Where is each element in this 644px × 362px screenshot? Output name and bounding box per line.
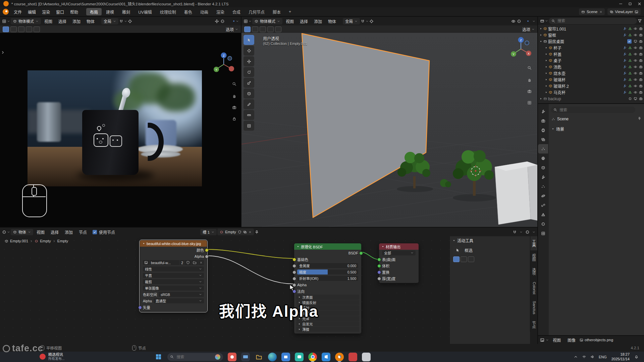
color-output-socket[interactable] xyxy=(205,248,209,252)
props-tab-scene[interactable] xyxy=(538,144,548,154)
start-button[interactable] xyxy=(154,353,163,361)
hide-eye-icon[interactable] xyxy=(634,27,637,31)
menu-select[interactable]: 选择 xyxy=(297,17,311,25)
select-mode-invert[interactable] xyxy=(26,26,32,32)
navigation-gizmo[interactable]: Z Y xyxy=(211,51,236,76)
render-visibility-icon[interactable] xyxy=(639,65,643,69)
tool-add-primitive[interactable] xyxy=(244,121,254,131)
select-mode-subtract[interactable] xyxy=(260,26,266,32)
outliner-row[interactable]: 杯子 xyxy=(538,45,644,51)
pin-icon[interactable] xyxy=(255,230,259,234)
hide-eye-icon[interactable] xyxy=(634,52,637,56)
viewport-options-button[interactable]: 选项 xyxy=(522,26,535,32)
expand-icon[interactable] xyxy=(545,78,548,81)
pin-icon[interactable] xyxy=(638,117,641,121)
shading-rendered[interactable] xyxy=(233,20,234,22)
workspace-tab-layout[interactable]: 布局 xyxy=(86,8,102,15)
menu-select[interactable]: 选择 xyxy=(48,228,61,236)
interpolation-dropdown[interactable]: 线性 xyxy=(143,266,204,272)
zoom-icon[interactable] xyxy=(525,64,533,72)
props-tab-viewlayer[interactable] xyxy=(538,135,548,144)
modifier-icon[interactable] xyxy=(623,46,627,50)
use-nodes-toggle[interactable]: 使用节点 xyxy=(92,229,115,235)
orientation-dropdown[interactable]: 全局 xyxy=(343,18,360,24)
metallic-socket[interactable] xyxy=(292,264,296,268)
outliner-row[interactable]: 窗框 xyxy=(538,32,644,38)
menu-file[interactable]: 文件 xyxy=(11,8,25,15)
toolbar-expand-chevron[interactable] xyxy=(1,50,5,56)
displacement-socket[interactable] xyxy=(377,270,381,274)
shading-wireframe[interactable] xyxy=(226,20,227,22)
panel-emission[interactable]: 自发光 xyxy=(296,321,359,326)
outliner-collection-row[interactable]: backup xyxy=(538,96,644,102)
fake-user-shield-icon[interactable] xyxy=(238,230,241,234)
outliner-row[interactable]: 玻璃杯.2 xyxy=(538,83,644,89)
editor-type-icon[interactable] xyxy=(2,19,6,23)
volume-socket[interactable] xyxy=(377,264,381,268)
outliner-row[interactable]: 马克杯 xyxy=(538,89,644,96)
npanel-tab-options[interactable]: 选项 xyxy=(530,264,537,279)
tool-select-box[interactable] xyxy=(244,35,254,45)
hide-eye-icon[interactable] xyxy=(634,90,637,94)
viewport-visibility-icon[interactable] xyxy=(634,40,637,43)
menu-view[interactable]: 视图 xyxy=(42,17,55,25)
material-datablock[interactable]: Empty xyxy=(217,229,254,235)
hide-eye-icon[interactable] xyxy=(634,78,637,81)
props-tab-data[interactable] xyxy=(538,210,548,219)
mode-dropdown[interactable]: 物体模式 xyxy=(252,18,282,24)
outliner-row[interactable]: 玻璃杯 xyxy=(538,76,644,83)
overlays-icon[interactable] xyxy=(517,19,521,23)
workspace-tab-shading[interactable]: 着色 xyxy=(180,8,196,15)
snap-magnet-icon[interactable] xyxy=(119,19,123,23)
hide-eye-icon[interactable] xyxy=(634,84,637,88)
menu-add[interactable]: 添加 xyxy=(311,17,325,25)
app-file-explorer[interactable] xyxy=(255,353,263,361)
snap-magnet-icon[interactable] xyxy=(513,230,517,234)
select-mode-new[interactable] xyxy=(244,26,251,32)
workspace-tab-add[interactable]: + xyxy=(285,8,295,15)
copies-icon[interactable] xyxy=(243,230,247,234)
props-tab-constraints[interactable] xyxy=(538,200,548,210)
workspace-tab-scripting[interactable]: 脚本 xyxy=(269,8,284,15)
select-mode-subtract[interactable] xyxy=(468,256,474,262)
collapse-icon[interactable] xyxy=(539,40,542,43)
hide-eye-icon[interactable] xyxy=(634,33,637,37)
ior-slider[interactable]: 折射率(IOR) 1.500 xyxy=(297,276,358,281)
tool-measure[interactable] xyxy=(244,110,254,120)
maximize-button[interactable] xyxy=(625,0,635,7)
menu-view[interactable]: 视图 xyxy=(34,228,47,236)
chevron-down-icon[interactable] xyxy=(236,20,239,23)
workspace-tab-compositing[interactable]: 合成 xyxy=(229,8,244,15)
workspace-tab-modeling[interactable]: 建模 xyxy=(102,8,118,15)
render-visibility-icon[interactable] xyxy=(639,27,643,31)
shading-material[interactable] xyxy=(231,20,232,22)
props-tab-modifiers[interactable] xyxy=(538,172,548,182)
modifier-icon[interactable] xyxy=(623,52,627,56)
scene-selector[interactable]: Scene xyxy=(579,8,605,15)
network-icon[interactable] xyxy=(582,355,586,359)
active-tool-row[interactable]: 框选 xyxy=(450,244,530,256)
overlays-icon[interactable] xyxy=(220,19,225,23)
app-chat[interactable] xyxy=(295,353,304,361)
language-indicator[interactable]: ENG xyxy=(599,355,607,359)
unlink-x-icon[interactable] xyxy=(249,231,252,234)
projection-dropdown[interactable]: 平直 xyxy=(143,273,204,278)
editor-type-icon[interactable] xyxy=(2,230,6,234)
fake-user-shield-icon[interactable] xyxy=(185,260,191,265)
snap-magnet-icon[interactable] xyxy=(361,19,365,23)
camera-view-icon[interactable] xyxy=(525,87,533,95)
thickness-socket[interactable] xyxy=(377,277,381,281)
menu-image[interactable]: 图像 xyxy=(565,336,578,344)
props-tab-object[interactable] xyxy=(538,163,548,172)
app-chrome[interactable] xyxy=(308,353,317,361)
image-icon[interactable] xyxy=(143,260,149,265)
chevron-down-icon[interactable] xyxy=(520,231,523,234)
orientation-dropdown[interactable]: 全局 xyxy=(101,18,118,24)
select-mode-invert[interactable] xyxy=(267,26,274,32)
app-icon[interactable] xyxy=(362,353,371,361)
expand-icon[interactable] xyxy=(545,46,548,49)
roughness-slider[interactable]: 糙度 0.500 xyxy=(297,269,358,275)
menu-help[interactable]: 帮助 xyxy=(67,8,81,15)
base-color-socket[interactable] xyxy=(292,258,296,261)
render-visibility-icon[interactable] xyxy=(639,97,643,101)
